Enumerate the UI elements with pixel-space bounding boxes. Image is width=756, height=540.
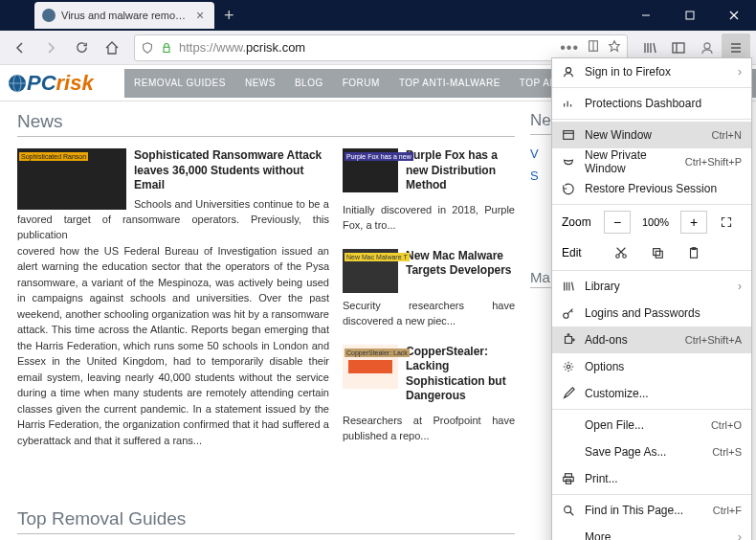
menu-options[interactable]: Options [552, 353, 751, 380]
zoom-out-button[interactable]: − [604, 211, 631, 234]
svg-rect-11 [673, 43, 684, 53]
copy-button[interactable] [644, 241, 671, 264]
svg-rect-30 [654, 249, 660, 256]
svg-point-45 [565, 506, 571, 513]
svg-line-10 [654, 43, 656, 53]
close-window-button[interactable] [712, 0, 756, 31]
article-title: Purple Fox has a new Distribution Method [406, 148, 515, 193]
menu-zoom: Zoom − 100% + [552, 207, 751, 237]
article-title: CopperStealer: Lacking Sophistication bu… [406, 345, 515, 404]
article-thumbnail[interactable]: Sophisticated Ranson [17, 148, 126, 210]
key-icon [562, 306, 575, 320]
menu-customize[interactable]: Customize... [552, 380, 751, 407]
brush-icon [562, 387, 575, 400]
svg-rect-1 [686, 11, 694, 19]
window-titlebar: Virus and malware removal ins × + [0, 0, 756, 31]
site-logo[interactable]: PCrisk [8, 67, 121, 100]
shield-icon [141, 41, 154, 55]
menu-logins[interactable]: Logins and Passwords [552, 300, 751, 326]
article-excerpt: Security researchers have discovered a n… [343, 299, 515, 329]
fullscreen-button[interactable] [713, 211, 740, 234]
bookmark-icon[interactable] [608, 39, 621, 56]
menu-new-private[interactable]: New Private Window Ctrl+Shift+P [552, 148, 751, 175]
svg-rect-4 [164, 47, 169, 52]
print-icon [562, 472, 575, 485]
library-icon [562, 280, 575, 293]
article-body: covered how the US Federal Bureau of Inv… [17, 243, 329, 449]
svg-rect-31 [656, 251, 662, 258]
zoom-percent: 100% [636, 216, 675, 228]
close-tab-icon[interactable]: × [193, 9, 207, 22]
search-icon [562, 504, 575, 517]
restore-icon [562, 182, 575, 195]
svg-point-26 [616, 255, 620, 259]
menu-more[interactable]: More › [552, 524, 751, 540]
section-news-title: News [17, 111, 515, 137]
article-thumbnail: CopperStealer: Lack [343, 345, 398, 389]
menu-library[interactable]: Library › [552, 273, 751, 300]
globe-icon [8, 74, 27, 93]
svg-line-40 [571, 310, 573, 312]
nav-item[interactable]: BLOG [285, 78, 333, 88]
cut-button[interactable] [608, 241, 634, 264]
menu-protections[interactable]: Protections Dashboard [552, 90, 751, 117]
mask-icon [562, 155, 575, 169]
article[interactable]: CopperStealer: Lack CopperStealer: Lacki… [343, 345, 515, 408]
nav-item[interactable]: FORUM [333, 78, 389, 88]
chevron-right-icon: › [738, 65, 742, 79]
forward-button[interactable] [36, 34, 65, 62]
menu-sign-in[interactable]: Sign in to Firefox › [552, 58, 751, 85]
svg-line-37 [572, 282, 574, 291]
zoom-in-button[interactable]: + [680, 211, 707, 234]
menu-save-page[interactable]: Save Page As... Ctrl+S [552, 439, 751, 465]
article[interactable]: Purple Fox has a new Purple Fox has a ne… [343, 148, 515, 197]
article-excerpt: Researchers at Proofpoint have published… [343, 414, 515, 444]
menu-addons[interactable]: Add-ons Ctrl+Shift+A [552, 326, 751, 353]
paste-button[interactable] [680, 241, 707, 264]
article[interactable]: New Mac Malware T New Mac Malware Target… [343, 249, 515, 293]
puzzle-icon [562, 333, 575, 347]
article-title: New Mac Malware Targets Developers [406, 249, 515, 279]
svg-point-20 [566, 68, 570, 73]
maximize-button[interactable] [668, 0, 712, 31]
svg-line-46 [570, 512, 574, 516]
back-button[interactable] [6, 34, 34, 62]
chevron-right-icon: › [738, 530, 742, 540]
account-icon [562, 65, 575, 79]
menu-print[interactable]: Print... [552, 465, 751, 492]
home-button[interactable] [98, 34, 126, 62]
reload-button[interactable] [67, 34, 96, 62]
page-actions-icon[interactable]: ••• [560, 39, 579, 56]
article-excerpt: Initially discovered in 2018, Purple Fox… [343, 203, 515, 234]
svg-point-13 [704, 43, 710, 49]
lock-icon [160, 41, 173, 55]
gear-icon [562, 360, 575, 373]
chevron-right-icon: › [738, 280, 742, 293]
menu-open-file[interactable]: Open File... Ctrl+O [552, 412, 751, 439]
menu-edit: Edit [552, 237, 751, 268]
article-thumbnail: Purple Fox has a new [343, 148, 398, 192]
browser-tab[interactable]: Virus and malware removal ins × [34, 2, 214, 29]
tab-title: Virus and malware removal ins [61, 10, 188, 21]
nav-item[interactable]: NEWS [235, 78, 285, 88]
svg-point-41 [567, 365, 570, 369]
dashboard-icon [562, 97, 575, 110]
svg-point-27 [623, 255, 627, 259]
reader-icon[interactable] [587, 39, 600, 56]
article-thumbnail: New Mac Malware T [343, 249, 398, 293]
menu-restore-session[interactable]: Restore Previous Session [552, 175, 751, 202]
svg-rect-32 [691, 249, 698, 259]
new-tab-button[interactable]: + [224, 6, 234, 26]
favicon [42, 9, 56, 22]
nav-item[interactable]: TOP ANTI-MALWARE [389, 78, 510, 88]
svg-rect-24 [564, 131, 574, 140]
firefox-app-menu: Sign in to Firefox › Protections Dashboa… [551, 57, 752, 540]
minimize-button[interactable] [624, 0, 668, 31]
url-text: https://www.pcrisk.com [179, 40, 305, 55]
menu-find[interactable]: Find in This Page... Ctrl+F [552, 497, 751, 524]
menu-new-window[interactable]: New Window Ctrl+N [552, 122, 751, 148]
window-icon [562, 128, 575, 142]
section-top-removal-title: Top Removal Guides [17, 508, 515, 534]
nav-item[interactable]: REMOVAL GUIDES [124, 78, 235, 88]
